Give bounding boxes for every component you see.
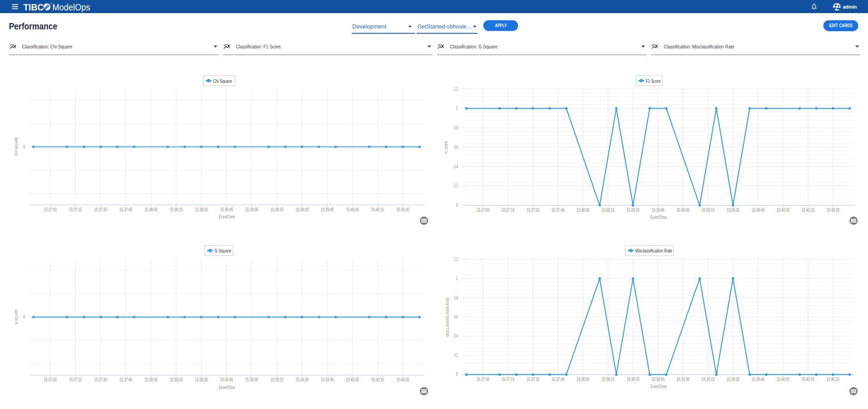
svg-text:EventTime: EventTime	[651, 384, 667, 389]
svg-text:15:39:00: 15:39:00	[677, 377, 690, 382]
svg-text:EventTime: EventTime	[219, 385, 235, 390]
svg-text:15:40:30: 15:40:30	[826, 208, 840, 213]
svg-text:1: 1	[456, 276, 458, 281]
svg-text:15:39:00: 15:39:00	[245, 207, 259, 212]
svg-text:Development: Development	[352, 23, 386, 30]
svg-text:GetStarted-sbhosle…: GetStarted-sbhosle…	[417, 23, 472, 30]
svg-text:15:40:15: 15:40:15	[371, 207, 384, 212]
svg-text:15:37:15: 15:37:15	[69, 207, 82, 212]
svg-text:15:38:30: 15:38:30	[195, 207, 208, 212]
svg-text:0.8: 0.8	[454, 125, 458, 130]
svg-text:Chi Square: Chi Square	[213, 78, 232, 84]
svg-text:0.4: 0.4	[454, 333, 458, 338]
svg-text:15:37:30: 15:37:30	[94, 207, 107, 212]
svg-text:15:39:30: 15:39:30	[296, 207, 309, 212]
svg-text:MISCLASSIFICATION RATE: MISCLASSIFICATION RATE	[445, 297, 450, 337]
svg-text:0: 0	[23, 314, 25, 319]
svg-text:F1 Score: F1 Score	[646, 78, 660, 84]
svg-text:0.8: 0.8	[454, 295, 458, 300]
svg-text:15:37:15: 15:37:15	[501, 377, 514, 382]
svg-text:15:37:00: 15:37:00	[44, 377, 57, 382]
svg-text:15:37:00: 15:37:00	[44, 207, 57, 212]
svg-text:15:37:30: 15:37:30	[527, 208, 540, 213]
svg-text:15:37:15: 15:37:15	[501, 208, 514, 213]
svg-text:EDIT CARDS: EDIT CARDS	[829, 23, 853, 28]
svg-text:15:40:15: 15:40:15	[802, 377, 815, 382]
svg-text:15:39:00: 15:39:00	[677, 208, 690, 213]
svg-text:EventTime: EventTime	[219, 214, 235, 219]
svg-text:15:40:00: 15:40:00	[777, 377, 790, 382]
svg-text:Classification: F1 Score: Classification: F1 Score	[236, 44, 281, 49]
svg-text:15:38:45: 15:38:45	[220, 207, 233, 212]
svg-text:0: 0	[23, 144, 25, 149]
svg-text:15:39:45: 15:39:45	[751, 377, 764, 382]
svg-text:15:38:15: 15:38:15	[602, 377, 615, 382]
svg-text:15:38:30: 15:38:30	[627, 208, 640, 213]
svg-text:15:38:30: 15:38:30	[627, 377, 640, 382]
svg-text:G SQUARE: G SQUARE	[14, 309, 19, 324]
svg-text:0.6: 0.6	[454, 314, 458, 319]
svg-text:Performance: Performance	[9, 21, 57, 31]
svg-text:15:39:45: 15:39:45	[321, 207, 334, 212]
svg-text:15:39:00: 15:39:00	[245, 377, 259, 382]
svg-text:Classification: G Square: Classification: G Square	[450, 44, 497, 49]
svg-text:15:37:45: 15:37:45	[119, 377, 132, 382]
svg-text:TIBC: TIBC	[24, 2, 44, 12]
svg-text:Classification: Misclassificat: Classification: Misclassification Rate	[664, 44, 734, 49]
svg-text:15:38:45: 15:38:45	[220, 377, 233, 382]
svg-text:15:39:15: 15:39:15	[270, 377, 283, 382]
svg-text:1.2: 1.2	[454, 86, 458, 91]
svg-text:15:40:00: 15:40:00	[777, 208, 790, 213]
svg-text:CHI SQUARE: CHI SQUARE	[14, 137, 19, 156]
svg-text:Classification: Chi Square: Classification: Chi Square	[22, 44, 72, 49]
svg-text:15:37:30: 15:37:30	[94, 377, 107, 382]
svg-text:15:39:15: 15:39:15	[702, 377, 715, 382]
svg-text:®: ®	[50, 2, 52, 5]
svg-text:15:40:30: 15:40:30	[396, 207, 410, 212]
svg-text:15:37:45: 15:37:45	[552, 208, 565, 213]
svg-text:15:40:30: 15:40:30	[826, 377, 840, 382]
svg-text:15:38:00: 15:38:00	[576, 208, 590, 213]
svg-text:0.4: 0.4	[454, 164, 458, 169]
svg-text:15:39:30: 15:39:30	[296, 377, 309, 382]
svg-text:G Square: G Square	[214, 248, 231, 253]
svg-text:15:37:30: 15:37:30	[527, 377, 540, 382]
svg-text:15:37:00: 15:37:00	[476, 377, 490, 382]
svg-text:15:38:45: 15:38:45	[651, 208, 665, 213]
svg-text:15:37:45: 15:37:45	[119, 207, 132, 212]
svg-text:1.2: 1.2	[454, 257, 458, 262]
svg-text:15:38:15: 15:38:15	[170, 377, 183, 382]
svg-text:15:39:30: 15:39:30	[726, 377, 740, 382]
svg-text:15:39:45: 15:39:45	[321, 377, 334, 382]
svg-text:0.6: 0.6	[454, 145, 458, 150]
svg-text:15:38:15: 15:38:15	[170, 207, 183, 212]
svg-text:15:40:15: 15:40:15	[371, 377, 384, 382]
svg-text:15:38:15: 15:38:15	[602, 208, 615, 213]
svg-text:15:37:00: 15:37:00	[476, 208, 490, 213]
svg-text:15:38:00: 15:38:00	[145, 377, 158, 382]
svg-text:15:38:00: 15:38:00	[145, 207, 158, 212]
svg-text:15:39:30: 15:39:30	[726, 208, 740, 213]
svg-text:15:40:30: 15:40:30	[396, 377, 410, 382]
svg-text:15:40:15: 15:40:15	[802, 208, 815, 213]
svg-text:15:37:45: 15:37:45	[552, 377, 565, 382]
svg-text:F1 SCORE: F1 SCORE	[443, 141, 448, 153]
svg-text:15:38:00: 15:38:00	[576, 377, 590, 382]
svg-text:ModelOps: ModelOps	[52, 2, 90, 12]
svg-text:15:39:15: 15:39:15	[270, 207, 283, 212]
svg-text:Misclassification Rate: Misclassification Rate	[635, 248, 672, 253]
svg-text:15:39:45: 15:39:45	[751, 208, 764, 213]
svg-text:0: 0	[456, 203, 458, 208]
svg-text:15:40:00: 15:40:00	[346, 377, 359, 382]
svg-text:15:40:00: 15:40:00	[346, 207, 359, 212]
svg-text:15:38:45: 15:38:45	[651, 377, 665, 382]
svg-text:15:38:30: 15:38:30	[195, 377, 208, 382]
svg-text:0.2: 0.2	[454, 353, 458, 358]
svg-text:admin: admin	[843, 4, 857, 10]
svg-text:0: 0	[456, 372, 458, 377]
svg-text:0.2: 0.2	[454, 183, 458, 188]
svg-text:1: 1	[456, 106, 458, 111]
svg-text:APPLY: APPLY	[495, 23, 507, 28]
svg-text:15:39:15: 15:39:15	[702, 208, 715, 213]
svg-text:EventTime: EventTime	[651, 215, 667, 220]
